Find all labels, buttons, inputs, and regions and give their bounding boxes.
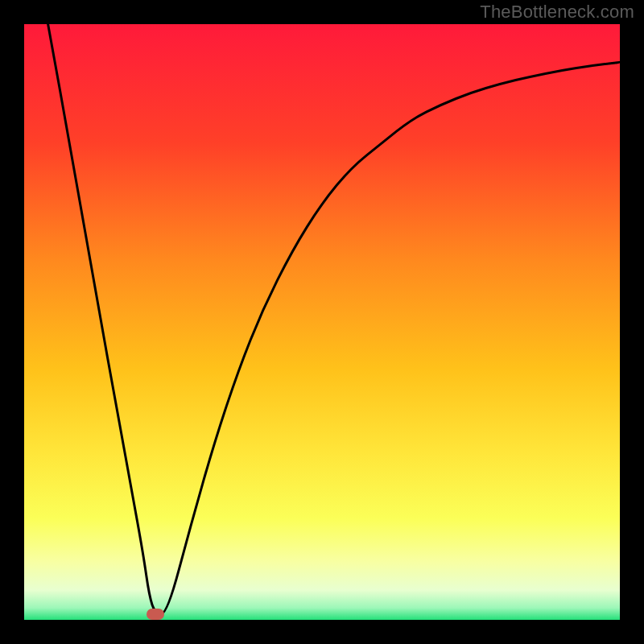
watermark-text: TheBottleneck.com — [480, 2, 634, 23]
gradient-background — [24, 24, 620, 620]
plot-area — [24, 24, 620, 620]
optimal-point-marker — [147, 609, 164, 620]
bottleneck-chart — [24, 24, 620, 620]
chart-frame: TheBottleneck.com — [0, 0, 644, 644]
